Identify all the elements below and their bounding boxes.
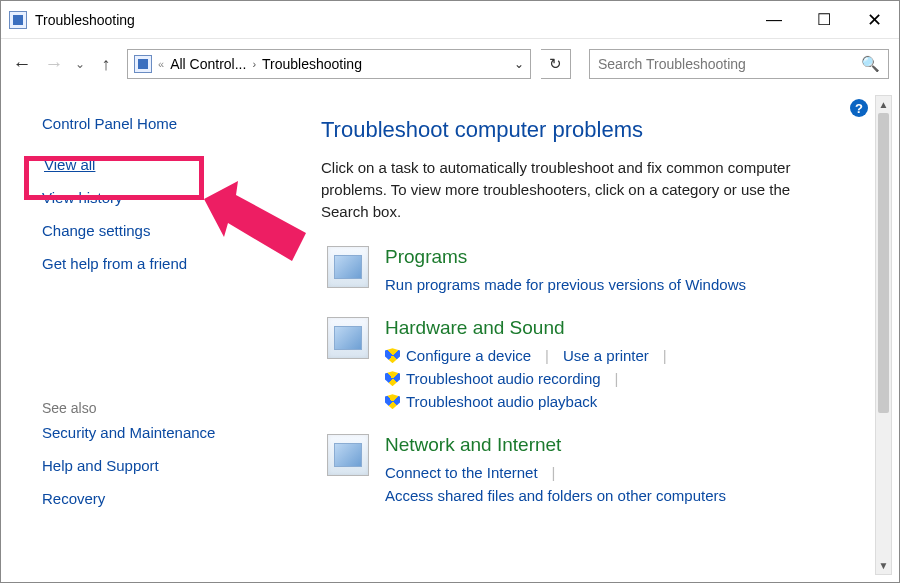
network-icon <box>327 434 369 476</box>
page-heading: Troubleshoot computer problems <box>321 117 870 143</box>
help-icon[interactable]: ? <box>850 99 868 117</box>
breadcrumb-sep-icon: › <box>252 58 256 70</box>
app-icon <box>9 11 27 29</box>
see-also-heading: See also <box>42 400 283 416</box>
link-shared-files[interactable]: Access shared files and folders on other… <box>385 485 726 506</box>
link-separator: | <box>552 464 556 481</box>
category-title-network[interactable]: Network and Internet <box>385 434 870 456</box>
category-hardware-sound: Hardware and Sound Configure a device | … <box>321 317 870 412</box>
main-content: ? ▲ ▼ Troubleshoot computer problems Cli… <box>307 89 898 581</box>
category-title-programs[interactable]: Programs <box>385 246 870 268</box>
link-audio-playback-label: Troubleshoot audio playback <box>406 393 597 410</box>
search-input[interactable]: Search Troubleshooting 🔍 <box>589 49 889 79</box>
navbar: ← → ⌄ ↑ « All Control... › Troubleshooti… <box>1 39 899 89</box>
sidebar-get-help[interactable]: Get help from a friend <box>42 247 283 280</box>
link-separator: | <box>545 347 549 364</box>
search-placeholder: Search Troubleshooting <box>598 56 746 72</box>
address-bar[interactable]: « All Control... › Troubleshooting ⌄ <box>127 49 531 79</box>
scroll-down-button[interactable]: ▼ <box>876 557 891 574</box>
scroll-thumb[interactable] <box>878 113 889 413</box>
up-button[interactable]: ↑ <box>95 49 117 79</box>
link-separator: | <box>615 370 619 387</box>
window-title: Troubleshooting <box>35 12 135 28</box>
shield-icon <box>385 348 400 363</box>
maximize-button[interactable]: ☐ <box>799 1 849 39</box>
link-audio-recording[interactable]: Troubleshoot audio recording <box>385 368 601 389</box>
link-configure-device[interactable]: Configure a device <box>385 345 531 366</box>
back-button[interactable]: ← <box>11 49 33 79</box>
page-intro: Click on a task to automatically trouble… <box>321 157 841 222</box>
link-connect-internet[interactable]: Connect to the Internet <box>385 462 538 483</box>
breadcrumb-parent[interactable]: All Control... <box>170 56 246 72</box>
address-icon <box>134 55 152 73</box>
sidebar-view-history[interactable]: View history <box>42 181 283 214</box>
history-dropdown[interactable]: ⌄ <box>75 57 85 71</box>
scroll-up-button[interactable]: ▲ <box>876 96 891 113</box>
link-run-compat[interactable]: Run programs made for previous versions … <box>385 274 746 295</box>
sidebar-control-panel-home[interactable]: Control Panel Home <box>42 107 283 140</box>
link-use-printer[interactable]: Use a printer <box>563 345 649 366</box>
link-separator: | <box>663 347 667 364</box>
shield-icon <box>385 371 400 386</box>
breadcrumb-root: « <box>158 58 164 70</box>
category-title-hardware[interactable]: Hardware and Sound <box>385 317 870 339</box>
link-run-compat-label: Run programs made for previous versions … <box>385 276 746 293</box>
programs-icon <box>327 246 369 288</box>
shield-icon <box>385 394 400 409</box>
titlebar: Troubleshooting — ☐ ✕ <box>1 1 899 39</box>
category-network: Network and Internet Connect to the Inte… <box>321 434 870 506</box>
sidebar-help-support[interactable]: Help and Support <box>42 449 283 482</box>
sidebar-change-settings[interactable]: Change settings <box>42 214 283 247</box>
link-connect-internet-label: Connect to the Internet <box>385 464 538 481</box>
sidebar-security-maintenance[interactable]: Security and Maintenance <box>42 416 283 449</box>
forward-button[interactable]: → <box>43 49 65 79</box>
link-use-printer-label: Use a printer <box>563 347 649 364</box>
sidebar-recovery[interactable]: Recovery <box>42 482 283 515</box>
refresh-button[interactable]: ↻ <box>541 49 571 79</box>
link-audio-recording-label: Troubleshoot audio recording <box>406 370 601 387</box>
link-shared-files-label: Access shared files and folders on other… <box>385 487 726 504</box>
link-audio-playback[interactable]: Troubleshoot audio playback <box>385 391 597 412</box>
close-button[interactable]: ✕ <box>849 1 899 39</box>
sidebar-view-all[interactable]: View all <box>44 148 283 181</box>
scrollbar[interactable]: ▲ ▼ <box>875 95 892 575</box>
category-programs: Programs Run programs made for previous … <box>321 246 870 295</box>
link-configure-device-label: Configure a device <box>406 347 531 364</box>
sidebar: Control Panel Home View all View history… <box>2 89 307 581</box>
search-icon[interactable]: 🔍 <box>861 55 880 73</box>
minimize-button[interactable]: — <box>749 1 799 39</box>
window-controls: — ☐ ✕ <box>749 1 899 39</box>
address-dropdown[interactable]: ⌄ <box>514 57 524 71</box>
breadcrumb-current[interactable]: Troubleshooting <box>262 56 362 72</box>
hardware-icon <box>327 317 369 359</box>
